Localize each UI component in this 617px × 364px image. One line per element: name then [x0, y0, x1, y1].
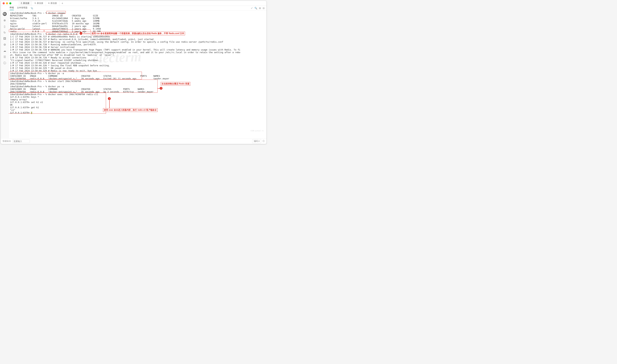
table-row: redis 7.0.15 5ce315072bde 5 weeks ago 14…	[10, 20, 100, 22]
table-row: nginx stable-perl 97d78ce5c375 10 months…	[10, 22, 100, 25]
history-icon[interactable]: ↻	[3, 31, 6, 34]
table-row: bitnami/kafka 3.6.1 41c34945188d 5 days …	[10, 17, 100, 20]
prompt: ideal@idealdeMacBook-Pro ~ %	[10, 80, 48, 82]
file-manager-tab[interactable]: 文件管理器	[17, 6, 27, 10]
toolbar-right: ⤢ 🔍 ⊞ ⊟	[251, 7, 265, 9]
add-icon[interactable]: ⊕	[3, 19, 6, 22]
table-header: REPOSITORY TAG IMAGE ID CREATED SIZE	[10, 14, 98, 17]
sidebar: €t ⊕ ▯ ↻ 🖼 ⚙ ☁ ☰ ⓘ	[1, 11, 9, 138]
quick-cmd-label[interactable]: 快速命令	[3, 140, 11, 143]
titlebar: 2. 新连接 3. 新连接 4. 新连接 +	[1, 1, 266, 6]
split-v-icon[interactable]: ⊟	[263, 7, 265, 9]
cloud-icon[interactable]: ☁	[3, 49, 6, 52]
prompt: ideal@idealdeMacBook-Pro ~ %	[10, 12, 48, 14]
footer-info-icon[interactable]: ⓘ	[263, 140, 265, 143]
cmd-text: docker ps -a	[48, 72, 64, 75]
log-line: 1:M 17 Feb 2024 13:50:36.728 # WARNING y…	[10, 48, 240, 51]
table-header: CONTAINER ID IMAGE COMMAND CREATED STATU…	[10, 88, 144, 91]
cmd-text: docker images	[48, 12, 65, 14]
connector-line	[158, 88, 160, 89]
tab-3[interactable]: 3. 新连接	[32, 1, 46, 6]
search-icon[interactable]: 🔍	[254, 7, 257, 9]
table-row: redis 6.0.8 d4deb73856a2 3 years ago 98.…	[10, 30, 101, 33]
table-row: tomcat latest b64abfdee99c 2 years ago 6…	[10, 25, 100, 27]
attach-icon[interactable]: 📎	[31, 7, 33, 9]
maximize-icon[interactable]	[9, 2, 11, 4]
log-line: 1:M 17 Feb 2024 13:50:36.728 # Server in…	[10, 46, 75, 48]
table-row: 20dc74398f84 redis:6.0.8 "docker-entrypo…	[10, 91, 153, 93]
log-line: 1:M 17 Feb 2024 13:50:36.728 * Running m…	[10, 43, 97, 46]
split-h-icon[interactable]: ⊞	[259, 7, 261, 9]
info-icon[interactable]: ⓘ	[3, 61, 6, 65]
log-line: x this issue run the command 'echo madvi…	[10, 51, 240, 54]
table-header: CONTAINER ID IMAGE COMMAND CREATED STATU…	[10, 75, 160, 77]
app-logo-icon[interactable]: €t	[3, 12, 7, 16]
list-icon[interactable]: ☰	[3, 55, 6, 59]
cmd-text: docker ps -a	[48, 85, 64, 88]
cli-line: 127.0.0.1:6379> get k1	[10, 106, 39, 109]
terminal-tab[interactable]: 终端	[10, 6, 14, 10]
terminal-output[interactable]: ideal@idealdeMacBook-Pro ~ % docker imag…	[9, 11, 266, 138]
log-line: 1:M 17 Feb 2024 13:50:44.326 * Saving th…	[10, 64, 110, 67]
log-line: 1:M 17 Feb 2024 13:50:44.329 * DB saved …	[10, 67, 72, 69]
log-line: 1:C 17 Feb 2024 13:50:36.727 # Redis ver…	[10, 38, 153, 40]
cursor	[31, 112, 32, 114]
log-line: ot. Redis must be restarted after THP is…	[10, 54, 115, 56]
cmd-text: docker run redis:6.0.8	[48, 33, 77, 35]
table-row: hello-world latest 18e5af790473 2 years …	[10, 27, 101, 30]
minimize-icon[interactable]	[6, 2, 8, 4]
log-line: 1:C 17 Feb 2024 13:50:36.727 # Warning: …	[10, 40, 223, 43]
cli-line: 127.0.0.1:6379> set k1 v1	[10, 101, 43, 104]
connector-line	[83, 34, 91, 34]
cli-line: (empty array)	[10, 98, 27, 101]
close-icon[interactable]	[3, 2, 5, 4]
cli-line: 127.0.0.1:6379>	[10, 111, 31, 114]
cli-line: "v1"	[10, 109, 15, 111]
cli-line: 127.0.0.1:6379> keys *	[10, 96, 39, 98]
tab-4[interactable]: 4. 新连接	[46, 1, 59, 6]
batch-input[interactable]	[13, 140, 30, 143]
connector-line	[109, 100, 110, 108]
cmd-text: docker exec -it 20dc74398f84 redis-cli	[48, 93, 98, 96]
fullscreen-icon[interactable]: ⤢	[251, 7, 253, 9]
settings-icon[interactable]: ⚙	[3, 43, 6, 46]
cmd-text: docker start 20dc74398f84	[48, 80, 81, 82]
prompt: ideal@idealdeMacBook-Pro ~ %	[10, 85, 48, 88]
subtab-bar: 终端 文件管理器 📎 ⤢ 🔍 ⊞ ⊟	[1, 6, 266, 11]
bookmark-icon[interactable]: ▯	[4, 25, 5, 28]
badge-2: 2	[160, 87, 162, 90]
app-window: 2. 新连接 3. 新连接 4. 新连接 + 终端 文件管理器 📎 ⤢ 🔍 ⊞ …	[1, 1, 266, 144]
log-line: ^C1:signal-handler (1708177844) Received…	[10, 59, 102, 62]
tab-2[interactable]: 2. 新连接	[18, 1, 32, 6]
window-controls	[3, 2, 11, 4]
prompt: ideal@idealdeMacBook-Pro ~ %	[10, 72, 48, 75]
log-line: 1:M 17 Feb 2024 13:50:36.728 * Ready to …	[10, 56, 86, 59]
prompt: ideal@idealdeMacBook-Pro ~ %	[10, 33, 48, 35]
main-body: €t ⊕ ▯ ↻ 🖼 ⚙ ☁ ☰ ⓘ ideal@idealdeMacBook-…	[1, 11, 266, 138]
badge-1: 1	[79, 32, 82, 35]
badge-3: 3	[108, 97, 111, 100]
table-row: 20dc74398f84 redis:6.0.8 "docker-entrypo…	[10, 77, 169, 80]
watermark-small: CSDN @ideal-tx	[250, 130, 264, 132]
annotation-3: 使用 exec 命令进入容器内部，执行 redis-cli 客户端命令	[103, 108, 158, 112]
session-tabs: 2. 新连接 3. 新连接 4. 新连接 +	[18, 1, 65, 6]
annotation-2: 在当前控制台重启 Redis 容器	[161, 82, 190, 86]
log-line: 1:M 17 Feb 2024 13:50:44.326 # User requ…	[10, 62, 85, 64]
log-line: 1:C 17 Feb 2024 13:50:36.727 # oO0OoO0Oo…	[10, 35, 110, 38]
image-icon[interactable]: 🖼	[3, 37, 6, 40]
log-line: 1:M 17 Feb 2024 13:50:44.329 # Redis is …	[10, 69, 101, 72]
add-tab-button[interactable]: +	[59, 1, 65, 6]
prompt: ideal@idealdeMacBook-Pro ~ %	[10, 93, 48, 96]
annotation-1: 使用 run 命令直接简单创建一个容器实例，容器会默认后台启动 Redis 服务…	[91, 32, 185, 35]
log-line: 20dc74398f84	[10, 82, 26, 85]
footer: 快速命令 编码 ▾ ⓘ	[1, 138, 266, 144]
encoding-button[interactable]: 编码 ▾	[252, 139, 261, 143]
cli-line: OK	[10, 104, 13, 106]
